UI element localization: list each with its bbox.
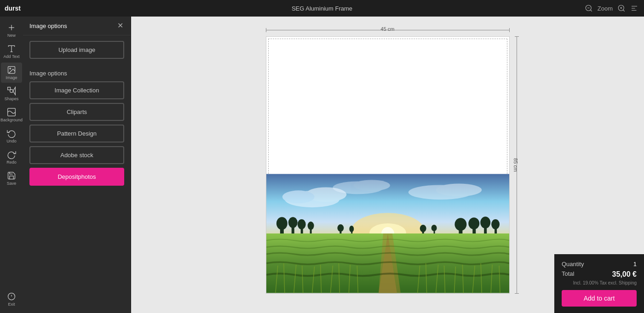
sidebar-item-redo[interactable]: Redo — [1, 147, 22, 167]
svg-point-39 — [297, 219, 305, 229]
icon-sidebar: New Add Text Image Shapes Background Und… — [0, 17, 23, 313]
settings-icon[interactable] — [630, 4, 638, 12]
canvas-area: 45 cm 85 cm — [131, 17, 644, 313]
dimension-label-right: 85 cm — [513, 158, 518, 172]
zoom-out-icon[interactable] — [585, 4, 593, 12]
sidebar-item-text[interactable]: Add Text — [1, 41, 22, 62]
canvas-wrapper: 45 cm 85 cm — [266, 36, 510, 294]
canvas-image — [266, 174, 509, 293]
panel-close-button[interactable]: ✕ — [116, 21, 124, 30]
svg-point-15 — [10, 68, 11, 69]
zoom-in-icon[interactable] — [617, 4, 626, 12]
depositphotos-button[interactable]: Depositphotos — [29, 168, 124, 186]
svg-point-29 — [282, 190, 314, 203]
canvas-frame[interactable] — [266, 36, 510, 294]
svg-point-33 — [353, 180, 390, 191]
quantity-row: Quantity 1 — [562, 261, 637, 267]
image-options-section: Image options Image Collection Cliparts … — [23, 64, 131, 195]
sidebar-item-background[interactable]: Background — [1, 105, 22, 125]
add-to-cart-button[interactable]: Add to cart — [562, 290, 637, 307]
sidebar-item-exit[interactable]: Exit — [1, 289, 22, 309]
logo: durst — [5, 5, 21, 12]
sidebar-item-new[interactable]: New — [1, 20, 22, 40]
svg-point-51 — [337, 224, 344, 232]
dimension-label-top: 45 cm — [381, 26, 395, 32]
quantity-value: 1 — [633, 261, 637, 267]
panel: Image options ✕ Upload image Image optio… — [23, 17, 131, 313]
page-title: SEG Aluminium Frame — [292, 5, 352, 12]
total-row: Total 35,00 € — [562, 270, 637, 279]
adobe-stock-button[interactable]: Adobe stock — [29, 146, 124, 164]
svg-line-1 — [590, 10, 592, 11]
svg-point-35 — [276, 217, 287, 230]
svg-point-41 — [307, 222, 314, 230]
total-price: 35,00 € — [612, 270, 637, 279]
svg-point-47 — [480, 216, 490, 228]
sidebar-item-shapes[interactable]: Shapes — [1, 84, 22, 104]
image-collection-button[interactable]: Image Collection — [29, 81, 124, 99]
quantity-label: Quantity — [562, 261, 584, 267]
upload-section: Upload image — [23, 35, 131, 64]
panel-header: Image options ✕ — [23, 17, 131, 35]
total-label: Total — [562, 270, 574, 277]
svg-point-53 — [349, 226, 354, 232]
sidebar-item-undo[interactable]: Undo — [1, 126, 22, 146]
cliparts-button[interactable]: Cliparts — [29, 103, 124, 121]
main-layout: New Add Text Image Shapes Background Und… — [0, 17, 644, 313]
svg-point-37 — [288, 217, 297, 228]
tax-label: Incl. 19.00% Tax excl. Shipping — [562, 280, 637, 285]
svg-marker-18 — [13, 87, 15, 95]
svg-point-43 — [454, 218, 466, 231]
svg-point-31 — [436, 183, 482, 196]
zoom-label: Zoom — [598, 5, 613, 12]
quantity-bar: Quantity 1 Total 35,00 € Incl. 19.00% Ta… — [554, 254, 644, 313]
svg-point-55 — [420, 225, 426, 232]
image-options-title: Image options — [29, 70, 124, 77]
svg-rect-17 — [8, 87, 11, 90]
panel-title: Image options — [29, 23, 67, 29]
top-bar-controls: Zoom — [585, 4, 638, 12]
pattern-design-button[interactable]: Pattern Design — [29, 125, 124, 142]
top-bar: durst SEG Aluminium Frame Zoom — [0, 0, 644, 17]
svg-point-45 — [468, 217, 479, 229]
svg-point-57 — [431, 225, 437, 231]
svg-point-49 — [491, 219, 500, 229]
sidebar-item-image[interactable]: Image — [1, 63, 22, 83]
sidebar-item-save[interactable]: Save — [1, 168, 22, 188]
svg-line-4 — [623, 10, 624, 11]
upload-image-button[interactable]: Upload image — [29, 41, 124, 59]
